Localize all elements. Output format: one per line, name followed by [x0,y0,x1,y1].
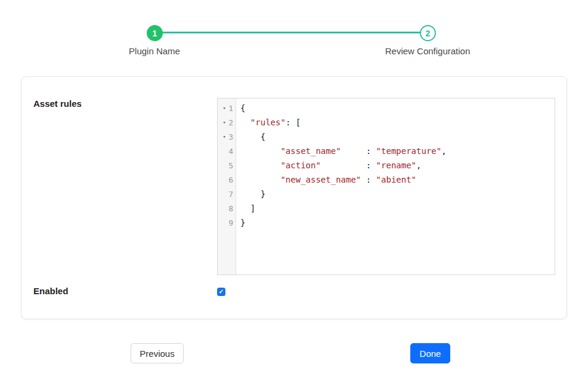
editor-gutter: ▾1▾2▾3456789 [218,98,236,275]
line-number: 3 [228,132,233,141]
done-button-label: Done [420,349,441,359]
code-plain-token: : [361,175,376,184]
code-plain-token [240,175,280,184]
code-plain-token: } [240,189,265,199]
code-string-token: "asset_name" [280,146,341,156]
gutter-line: 5 [218,158,236,172]
code-string-token: "rename" [376,161,416,170]
gutter-line: ▾2 [218,115,236,130]
line-number: 2 [228,118,233,127]
code-line[interactable]: "action" : "rename", [240,158,555,172]
code-line[interactable]: "rules": [ [240,115,555,130]
step-1-number: 1 [153,29,157,38]
fold-arrow-icon[interactable]: ▾ [221,105,227,111]
code-plain-token [240,118,250,127]
previous-button-label: Previous [140,349,174,359]
step-1-indicator[interactable]: 1 [147,25,163,41]
code-plain-token [240,146,280,156]
code-plain-token: { [240,132,265,141]
code-string-token: "new_asset_name" [280,175,361,184]
step-2-indicator[interactable]: 2 [420,25,436,41]
line-number: 6 [228,175,233,184]
line-number: 8 [228,204,233,213]
step-1-label: Plugin Name [95,46,214,56]
code-plain-token: : [321,161,376,170]
code-plain-token: : [341,146,376,156]
line-number: 1 [228,104,233,113]
gutter-line: 9 [218,215,236,230]
step-2-number: 2 [426,29,431,38]
code-line[interactable]: "asset_name" : "temperature", [240,144,555,158]
step-2-label: Review Configuration [368,46,487,56]
code-line[interactable]: } [240,215,555,230]
line-number: 5 [228,161,233,170]
code-plain-token: , [441,146,446,156]
code-editor[interactable]: ▾1▾2▾3456789 { "rules": [ { "asset_name"… [217,98,555,275]
gutter-line: 6 [218,172,236,187]
enabled-checkbox[interactable]: ✓ [217,288,225,296]
stepper-connector-line [161,32,421,33]
fold-arrow-icon[interactable]: ▾ [221,134,227,140]
code-line[interactable]: } [240,187,555,201]
code-string-token: "abient" [376,175,416,184]
code-plain-token [240,161,280,170]
config-review-card: Asset rules ▾1▾2▾3456789 { "rules": [ { … [21,76,567,319]
line-number: 4 [228,147,233,156]
fold-arrow-icon[interactable]: ▾ [221,119,227,125]
code-plain-token: ] [240,204,255,213]
gutter-line: 8 [218,201,236,215]
checkmark-icon: ✓ [219,289,224,295]
code-string-token: "rules" [250,118,286,127]
enabled-label: Enabled [33,286,68,296]
code-plain-token: , [416,161,421,170]
code-line[interactable]: { [240,101,555,115]
code-string-token: "temperature" [376,146,442,156]
code-line[interactable]: { [240,130,555,144]
gutter-line: 7 [218,187,236,201]
code-line[interactable]: ] [240,201,555,215]
done-button[interactable]: Done [410,343,450,363]
code-plain-token: : [ [286,118,301,127]
code-string-token: "action" [280,161,320,170]
asset-rules-label: Asset rules [33,98,82,109]
gutter-line: ▾3 [218,130,236,144]
code-plain-token: { [240,103,245,113]
code-plain-token: } [240,218,245,227]
editor-code-area[interactable]: { "rules": [ { "asset_name" : "temperatu… [236,98,555,275]
line-number: 9 [228,218,233,227]
gutter-line: 4 [218,144,236,158]
gutter-line: ▾1 [218,101,236,115]
code-line[interactable]: "new_asset_name" : "abient" [240,172,555,187]
previous-button[interactable]: Previous [131,343,184,363]
line-number: 7 [228,190,233,199]
